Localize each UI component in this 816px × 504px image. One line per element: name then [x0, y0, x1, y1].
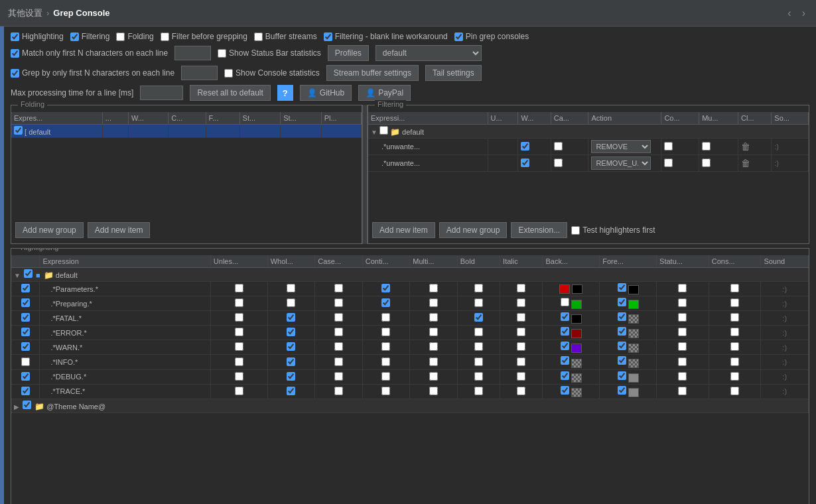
hl-warn-status-check[interactable]	[678, 342, 687, 351]
filtering-checkbox-label[interactable]: Filtering	[70, 32, 110, 41]
hl-row-parameters-fore[interactable]	[600, 282, 657, 296]
hl-debug-status[interactable]	[657, 369, 709, 384]
hl-preparing-status[interactable]	[657, 296, 709, 311]
filter-row1-co-check[interactable]	[664, 142, 673, 151]
hl-info-case[interactable]	[315, 355, 363, 369]
hl-fatal-multi[interactable]	[410, 311, 458, 326]
hl-parameters-whol-check[interactable]	[287, 284, 295, 292]
hl-row-parameters-multi[interactable]	[410, 282, 458, 296]
hl-debug-back-swatch[interactable]	[571, 373, 582, 383]
hl-debug-status-check[interactable]	[678, 372, 687, 381]
filter-row1-w[interactable]	[518, 139, 551, 155]
hl-info-bold-check[interactable]	[474, 357, 483, 366]
hl-warn-cons[interactable]	[709, 340, 761, 355]
filtering-add-item-button[interactable]: Add new item	[372, 222, 435, 238]
hl-trace-whol[interactable]	[267, 384, 315, 399]
hl-warn-conti-check[interactable]	[381, 342, 390, 351]
hl-debug-conti[interactable]	[362, 369, 410, 384]
hl-preparing-fore-swatch[interactable]	[628, 300, 639, 309]
hl-parameters-cons-check[interactable]	[730, 284, 739, 292]
hl-row-parameters-italic[interactable]	[500, 282, 543, 296]
hl-debug-fore[interactable]	[600, 369, 657, 384]
filter-row2-ca-check[interactable]	[554, 158, 563, 167]
hl-row-fatal[interactable]: .*FATAL.*	[11, 311, 809, 326]
hl-info-multi[interactable]	[410, 355, 458, 369]
hl-info-fore[interactable]	[600, 355, 657, 369]
hl-parameters-status-check[interactable]	[678, 284, 687, 292]
hl-error-fore-check[interactable]	[618, 327, 626, 336]
buffer-streams-checkbox-label[interactable]: Buffer streams	[254, 32, 317, 41]
hl-debug-back[interactable]	[543, 369, 600, 384]
hl-fatal-multi-check[interactable]	[429, 313, 438, 322]
filter-row1-action-select[interactable]: REMOVE	[591, 140, 651, 153]
panel-splitter[interactable]	[362, 105, 368, 244]
hl-row-parameters[interactable]: .*Parameters.*	[11, 282, 809, 296]
hl-warn-fore-check[interactable]	[618, 342, 626, 350]
hl-debug-whol-check[interactable]	[287, 372, 295, 381]
hl-parameters-fore-check[interactable]	[618, 283, 626, 292]
hl-warn-cons-check[interactable]	[730, 342, 739, 351]
hl-info-fore-check[interactable]	[618, 356, 626, 365]
hl-row-preparing-check[interactable]	[21, 298, 30, 307]
filter-row2-co-check[interactable]	[664, 158, 673, 167]
hl-warn-italic-check[interactable]	[517, 342, 525, 351]
hl-row-trace[interactable]: .*TRACE.*	[11, 384, 809, 399]
hl-info-cons-check[interactable]	[730, 357, 739, 366]
hl-fatal-case[interactable]	[315, 311, 363, 326]
hl-fatal-back[interactable]	[543, 311, 600, 326]
filter-row1-action[interactable]: REMOVE	[588, 139, 661, 155]
show-status-bar-checkbox[interactable]	[218, 49, 226, 58]
pin-grep-checkbox-label[interactable]: Pin grep consoles	[454, 32, 529, 41]
hl-row-preparing[interactable]: .*Preparing.*	[11, 296, 809, 311]
nav-back-button[interactable]: ‹	[785, 6, 793, 21]
hl-preparing-multi-check[interactable]	[429, 298, 438, 307]
hl-fatal-fore-swatch[interactable]	[628, 314, 639, 324]
hl-error-back[interactable]	[543, 326, 600, 340]
hl-info-case-check[interactable]	[334, 357, 343, 366]
hl-warn-bold[interactable]	[457, 340, 500, 355]
match-first-n-checkbox-label[interactable]: Match only first N characters on each li…	[11, 48, 168, 58]
hl-fatal-fore-check[interactable]	[618, 312, 626, 321]
hl-preparing-fore-check[interactable]	[618, 298, 626, 306]
paypal-button[interactable]: 👤 PayPal	[358, 85, 411, 101]
hl-preparing-conti[interactable]	[362, 296, 410, 311]
match-first-n-input[interactable]: 200	[174, 46, 211, 60]
hl-warn-back-check[interactable]	[561, 342, 569, 350]
highlighting-checkbox-label[interactable]: Highlighting	[11, 32, 64, 41]
hl-debug-conti-check[interactable]	[381, 372, 390, 381]
hl-trace-case-check[interactable]	[334, 387, 343, 395]
show-console-checkbox[interactable]	[224, 69, 233, 78]
hl-parameters-multi-check[interactable]	[429, 284, 438, 292]
hl-fatal-whol-check[interactable]	[287, 313, 295, 322]
hl-info-status[interactable]	[657, 355, 709, 369]
hl-fatal-check-cell[interactable]	[11, 311, 40, 326]
hl-fatal-italic-check[interactable]	[517, 313, 525, 322]
hl-fatal-whol[interactable]	[267, 311, 315, 326]
fold-row-check-cell[interactable]: [ default	[11, 125, 102, 138]
filter-row2-w-check[interactable]	[521, 158, 529, 167]
nav-forward-button[interactable]: ›	[799, 6, 808, 21]
hl-debug-whol[interactable]	[267, 369, 315, 384]
hl-info-bold[interactable]	[457, 355, 500, 369]
hl-fatal-back-swatch[interactable]	[571, 314, 582, 324]
highlighting-checkbox[interactable]	[11, 32, 19, 41]
hl-warn-case[interactable]	[315, 340, 363, 355]
hl-fatal-check[interactable]	[21, 313, 30, 322]
filter-row2-w[interactable]	[518, 155, 551, 172]
hl-error-multi[interactable]	[410, 326, 458, 340]
hl-preparing-unles-check[interactable]	[235, 298, 243, 307]
filter-row2-cl[interactable]: 🗑	[738, 155, 772, 172]
hl-error-italic[interactable]	[500, 326, 543, 340]
grep-first-n-checkbox-label[interactable]: Grep by only first N characters on each …	[11, 68, 174, 78]
filter-row2-co[interactable]	[661, 155, 699, 172]
hl-trace-conti-check[interactable]	[381, 387, 390, 395]
max-processing-input[interactable]: 1000	[140, 86, 183, 100]
hl-row-parameters-back[interactable]	[543, 282, 600, 296]
hl-row-debug[interactable]: .*DEBUG.*	[11, 369, 809, 384]
hl-error-status[interactable]	[657, 326, 709, 340]
hl-row-preparing-check-cell[interactable]	[11, 296, 40, 311]
hl-info-check[interactable]	[21, 357, 30, 366]
filter-row1-cl[interactable]: 🗑	[738, 139, 772, 155]
hl-row-parameters-cons[interactable]	[709, 282, 761, 296]
hl-preparing-cons[interactable]	[709, 296, 761, 311]
